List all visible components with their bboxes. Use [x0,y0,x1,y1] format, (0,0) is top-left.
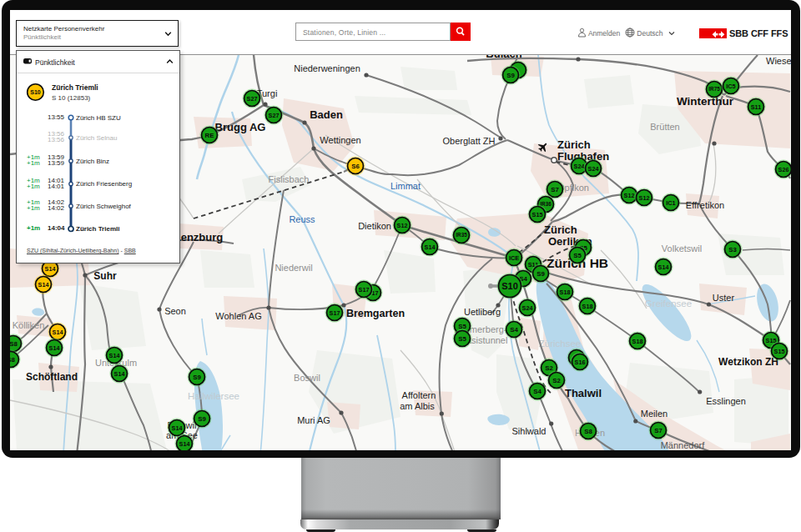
svg-text:Uster: Uster [713,293,735,303]
svg-text:S10: S10 [501,281,518,291]
svg-text:S9: S9 [537,270,545,278]
svg-text:Zürich: Zürich [557,138,591,151]
svg-text:Kölliken: Kölliken [13,320,45,330]
svg-text:S6: S6 [351,163,360,170]
svg-text:S14: S14 [658,263,669,271]
svg-text:Limmat: Limmat [390,181,421,191]
svg-text:Seon: Seon [164,306,186,316]
svg-text:S9: S9 [198,415,206,423]
svg-text:S14: S14 [172,424,183,432]
svg-text:Muri AG: Muri AG [297,415,330,425]
svg-text:S18: S18 [632,338,643,345]
svg-text:Volketswil: Volketswil [662,243,702,253]
svg-text:IR35: IR35 [456,232,467,238]
svg-text:Brugg AG: Brugg AG [215,121,266,133]
svg-text:Sihlwald: Sihlwald [512,426,547,436]
svg-text:S17: S17 [330,309,340,317]
svg-text:S4: S4 [533,388,542,395]
svg-text:S4: S4 [510,326,518,334]
svg-text:S2: S2 [545,364,553,372]
svg-text:S26: S26 [778,166,789,173]
svg-text:Wohlen AG: Wohlen AG [215,311,261,321]
svg-text:S14: S14 [49,344,60,352]
svg-text:Oberglatt ZH: Oberglatt ZH [443,136,496,146]
svg-text:S14: S14 [179,440,190,448]
svg-text:Affoltern: Affoltern [402,390,436,400]
svg-text:Niederweningen: Niederweningen [294,63,360,73]
svg-text:Hallwilersee: Hallwilersee [188,391,239,401]
svg-text:S24: S24 [574,163,585,170]
svg-text:S18: S18 [560,289,571,296]
svg-text:Esslingen: Esslingen [706,396,746,406]
svg-text:S27: S27 [247,95,258,103]
svg-text:Brütten: Brütten [650,122,679,132]
svg-text:Wiesendangen: Wiesendangen [766,56,791,66]
svg-text:Dietikon: Dietikon [358,221,391,231]
svg-text:S5: S5 [458,323,466,330]
svg-text:S24: S24 [522,304,533,312]
svg-text:Baden: Baden [310,108,343,121]
svg-text:S5: S5 [573,252,582,259]
svg-text:Zürich: Zürich [544,223,577,236]
svg-text:Fislisbach: Fislisbach [269,174,310,184]
svg-text:Thalwil: Thalwil [565,387,602,399]
svg-text:S9: S9 [193,374,201,381]
svg-text:S12: S12 [639,194,650,202]
svg-text:Winterthur: Winterthur [677,95,734,108]
svg-text:S14: S14 [53,329,63,336]
svg-text:Männedorf: Männedorf [661,440,706,450]
svg-text:Bremgarten: Bremgarten [346,308,405,319]
svg-text:Greifensee: Greifensee [645,299,692,309]
svg-text:S24: S24 [588,165,599,173]
svg-text:S10: S10 [30,89,41,95]
svg-text:Bülach: Bülach [486,55,521,60]
svg-text:ICE: ICE [509,254,519,262]
svg-text:S14: S14 [114,370,125,378]
svg-text:S16: S16 [575,359,586,366]
svg-text:S15: S15 [532,211,543,218]
svg-text:S11: S11 [751,103,761,111]
svg-text:S12: S12 [624,192,635,199]
svg-text:S27: S27 [269,112,280,119]
svg-text:S3: S3 [728,246,737,253]
svg-text:RE: RE [205,132,214,139]
svg-text:IR75: IR75 [708,86,720,92]
svg-text:Effretikon: Effretikon [686,200,724,210]
svg-text:S12: S12 [397,222,408,229]
svg-text:Meilen: Meilen [641,409,668,419]
svg-text:S7: S7 [551,186,559,193]
svg-text:S7: S7 [654,427,662,434]
svg-text:S15: S15 [774,348,785,355]
svg-text:Schöftland: Schöftland [26,371,78,383]
svg-text:IC5: IC5 [726,83,735,90]
svg-text:Reuss: Reuss [289,214,315,224]
svg-text:Boswil: Boswil [294,373,320,383]
svg-text:Wettingen: Wettingen [320,135,360,145]
svg-text:Niederwil: Niederwil [275,263,312,273]
svg-text:S14: S14 [425,243,436,251]
svg-text:S8: S8 [10,356,15,364]
svg-text:S14: S14 [109,352,120,359]
svg-text:S18: S18 [582,303,593,310]
svg-text:Uetliberg: Uetliberg [464,307,501,317]
svg-text:S14: S14 [38,281,49,289]
svg-text:S2: S2 [552,377,561,384]
svg-text:Lenzburg: Lenzburg [174,231,224,243]
svg-text:S8: S8 [584,428,592,435]
svg-text:Zürichsee: Zürichsee [539,339,582,349]
svg-text:S5: S5 [458,335,466,343]
svg-text:Suhr: Suhr [93,270,117,282]
svg-text:S9: S9 [506,72,515,79]
svg-text:S17: S17 [359,286,370,294]
svg-text:Wetzikon ZH: Wetzikon ZH [718,356,778,368]
svg-text:am Albis: am Albis [400,401,435,411]
svg-text:IC1: IC1 [666,199,675,207]
svg-text:S14: S14 [45,265,56,273]
svg-text:S8: S8 [10,340,18,348]
